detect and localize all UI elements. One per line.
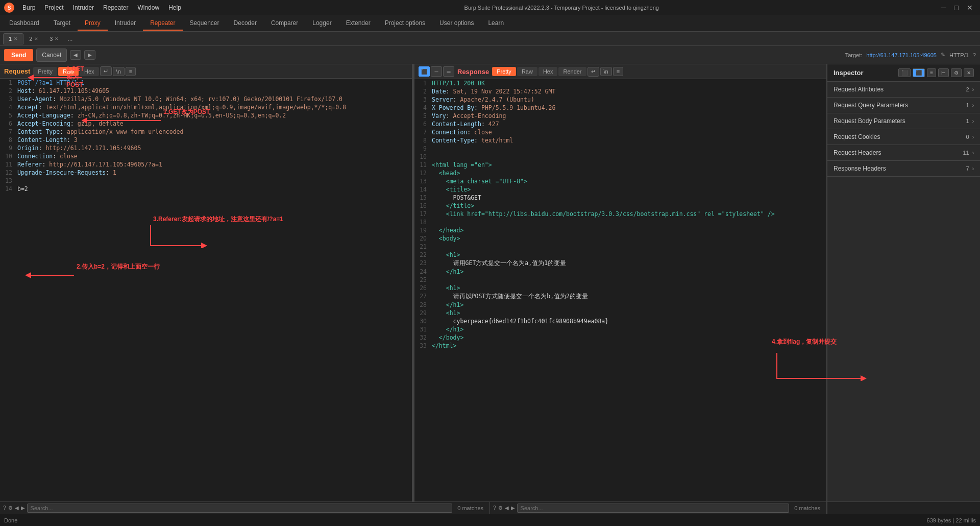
inspector-title: Inspector [834, 69, 864, 77]
layout-split-btn[interactable]: ⬛ [419, 66, 430, 77]
req-btn-more[interactable]: ≡ [126, 67, 136, 76]
tab-extender[interactable]: Extender [339, 16, 378, 31]
request-search-input[interactable] [27, 504, 453, 513]
menu-intruder[interactable]: Intruder [69, 3, 98, 12]
req-btn-format[interactable]: \n [113, 67, 125, 76]
req-fmt-pretty[interactable]: Pretty [33, 67, 57, 76]
inspector-align-left[interactable]: ≡ [927, 68, 936, 77]
req-body-arrow: › [972, 118, 974, 124]
menu-window[interactable]: Window [133, 3, 163, 12]
req-query-count: 1 [966, 102, 969, 108]
resp-btn-more[interactable]: ≡ [613, 67, 623, 76]
response-editor[interactable]: 1 HTTP/1.1 200 OK 2 Date: Sat, 19 Nov 20… [414, 79, 826, 501]
request-panel-header: Request Pretty Raw Hex ↵ \n ≡ [0, 64, 412, 79]
req-fmt-raw[interactable]: Raw [58, 67, 79, 76]
resp-line-13: 13 <meta charset ="UTF-8"> [414, 177, 826, 185]
inspector-section-req-body-header[interactable]: Request Body Parameters 1 › [827, 113, 980, 129]
inspector-layout-2[interactable]: ⬛ [913, 68, 925, 77]
tab-dashboard[interactable]: Dashboard [2, 16, 46, 31]
req-search-help[interactable]: ? [3, 505, 6, 511]
maximize-button[interactable]: □ [951, 4, 962, 12]
resp-headers-count: 7 [966, 165, 969, 172]
inspector-section-req-cookies: Request Cookies 0 › [827, 129, 980, 145]
tab-comparer[interactable]: Comparer [264, 16, 305, 31]
edit-target-icon[interactable]: ✎ [941, 52, 945, 58]
resp-fmt-hex[interactable]: Hex [538, 67, 558, 76]
tab-intruder[interactable]: Intruder [108, 16, 143, 31]
menu-project[interactable]: Project [40, 3, 67, 12]
req-attrs-label: Request Attributes [834, 86, 884, 93]
app-title: Burp Suite Professional v2022.2.3 - Temp… [185, 5, 938, 11]
layout-top-btn[interactable]: ─ [431, 66, 442, 77]
resp-fmt-raw[interactable]: Raw [517, 67, 537, 76]
tab-proxy[interactable]: Proxy [78, 16, 108, 31]
inspector-section-req-attrs: Request Attributes 2 › [827, 82, 980, 98]
help-icon[interactable]: ? [973, 52, 976, 58]
menu-burp[interactable]: Burp [18, 3, 39, 12]
req-cookies-label: Request Cookies [834, 133, 880, 140]
tab-decoder[interactable]: Decoder [227, 16, 264, 31]
more-tabs[interactable]: ... [64, 33, 76, 44]
resp-search-prev[interactable]: ◀ [505, 505, 509, 511]
tab-target[interactable]: Target [46, 16, 78, 31]
resp-btn-format[interactable]: \n [600, 67, 612, 76]
resp-search-next[interactable]: ▶ [511, 505, 515, 511]
req-line-7: 7 Content-Type: application/x-www-form-u… [0, 128, 412, 136]
minimize-button[interactable]: ─ [938, 4, 949, 12]
inspector-section-req-headers-header[interactable]: Request Headers 11 › [827, 145, 980, 160]
resp-line-18: 18 [414, 218, 826, 226]
inspector-section-req-body: Request Body Parameters 1 › [827, 113, 980, 129]
req-headers-count: 11 [963, 150, 969, 156]
repeater-tab-1[interactable]: 1✕ [3, 33, 23, 44]
forward-button[interactable]: ▶ [84, 50, 95, 60]
resp-line-14: 14 <title> [414, 185, 826, 194]
repeater-tab-3[interactable]: 3✕ [44, 33, 64, 44]
req-line-12: 12 Upgrade-Insecure-Requests: 1 [0, 169, 412, 177]
resp-btn-wrap[interactable]: ↵ [587, 67, 599, 77]
resp-line-1: 1 HTTP/1.1 200 OK [414, 79, 826, 87]
req-btn-wrap[interactable]: ↵ [100, 66, 112, 76]
inspector-align-right[interactable]: ⊢ [938, 68, 949, 77]
request-editor[interactable]: 1 POST /?a=1 HTTP/1.1 2 Host: 61.147.171… [0, 79, 412, 501]
inspector-controls: ⬛ ⬛ ≡ ⊢ ⚙ ✕ [898, 68, 974, 77]
req-line-6: 6 Accept-Encoding: gzip, deflate [0, 119, 412, 128]
inspector-section-req-query-header[interactable]: Request Query Parameters 1 › [827, 98, 980, 113]
response-search-input[interactable] [517, 504, 790, 513]
req-search-settings[interactable]: ⚙ [8, 505, 13, 511]
menu-help[interactable]: Help [164, 3, 185, 12]
inspector-settings[interactable]: ⚙ [951, 68, 962, 77]
resp-line-9: 9 [414, 145, 826, 153]
tab-project-options[interactable]: Project options [378, 16, 432, 31]
tab-logger[interactable]: Logger [305, 16, 338, 31]
inspector-section-resp-headers-header[interactable]: Response Headers 7 › [827, 161, 980, 176]
req-fmt-hex[interactable]: Hex [80, 67, 99, 76]
resp-line-17: 17 <link href="http://libs.baidu.com/boo… [414, 210, 826, 218]
back-button[interactable]: ◀ [70, 50, 81, 60]
resp-line-25: 25 [414, 276, 826, 284]
layout-bottom-btn[interactable]: ═ [443, 66, 454, 77]
resp-fmt-render[interactable]: Render [558, 67, 586, 76]
tab-learn[interactable]: Learn [481, 16, 511, 31]
req-search-next[interactable]: ▶ [21, 505, 25, 511]
resp-headers-label: Response Headers [834, 165, 886, 172]
resp-fmt-pretty[interactable]: Pretty [492, 67, 516, 76]
inspector-section-req-cookies-header[interactable]: Request Cookies 0 › [827, 129, 980, 145]
inspector-layout-1[interactable]: ⬛ [898, 68, 911, 77]
tab-user-options[interactable]: User options [432, 16, 481, 31]
titlebar-left: S Burp Project Intruder Repeater Window … [4, 3, 185, 13]
tab-sequencer[interactable]: Sequencer [183, 16, 227, 31]
inspector-section-req-attrs-header[interactable]: Request Attributes 2 › [827, 82, 980, 97]
req-search-prev[interactable]: ◀ [15, 505, 19, 511]
inspector-close[interactable]: ✕ [964, 68, 974, 77]
cancel-button[interactable]: Cancel [36, 49, 66, 62]
req-headers-arrow: › [972, 150, 974, 156]
resp-search-settings[interactable]: ⚙ [498, 505, 503, 511]
req-headers-label: Request Headers [834, 149, 881, 156]
close-button[interactable]: ✕ [964, 4, 976, 12]
resp-search-help[interactable]: ? [493, 505, 496, 511]
resp-line-32: 32 </body> [414, 333, 826, 342]
send-button[interactable]: Send [4, 49, 33, 61]
menu-repeater[interactable]: Repeater [99, 3, 132, 12]
tab-repeater[interactable]: Repeater [143, 16, 182, 31]
repeater-tab-2[interactable]: 2✕ [23, 33, 44, 44]
